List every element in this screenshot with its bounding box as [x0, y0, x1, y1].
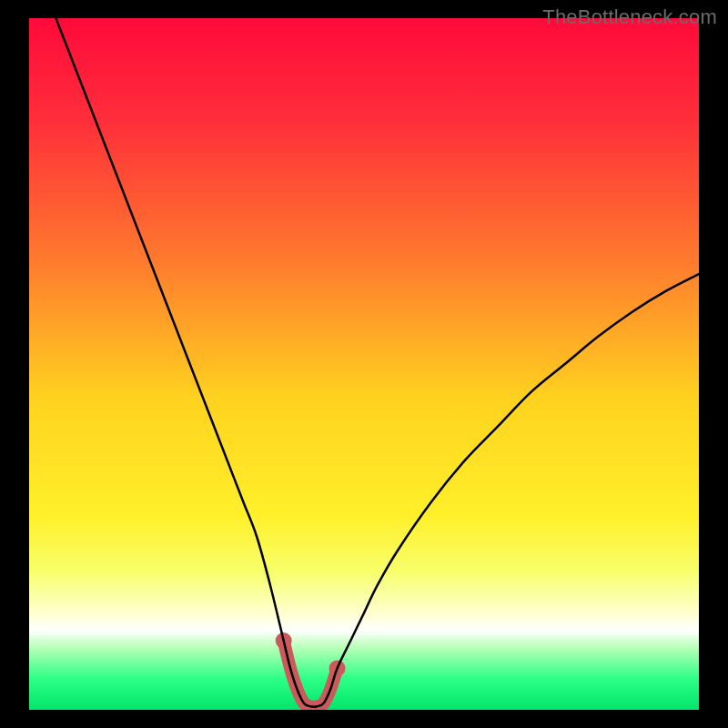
chart-svg — [29, 18, 699, 710]
chart-plot-area — [29, 18, 699, 710]
chart-frame: TheBottleneck.com — [0, 0, 728, 728]
gradient-background — [29, 18, 699, 710]
watermark-text: TheBottleneck.com — [542, 5, 717, 29]
